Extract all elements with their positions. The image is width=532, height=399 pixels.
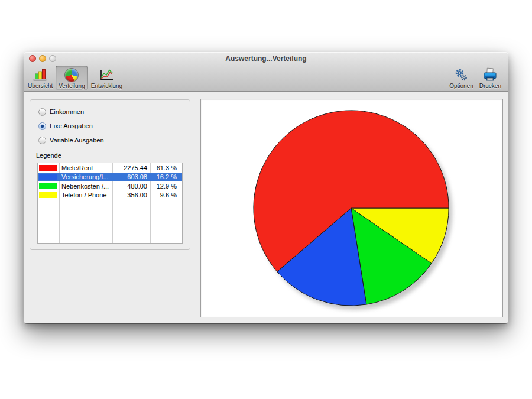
legend-row[interactable]: Nebenkosten /...480.0012.9 %: [38, 181, 182, 191]
legend-caption: Legende: [36, 152, 190, 159]
legend-row-label: Telefon / Phone: [59, 191, 112, 200]
toolbar-button-label: Entwicklung: [91, 83, 122, 89]
pie-chart-svg: [201, 99, 502, 317]
legend-row-label: Miete/Rent: [59, 163, 112, 173]
toolbar-button-drucken[interactable]: Drucken: [476, 66, 504, 90]
radio-icon[interactable]: [38, 122, 46, 130]
printer-icon: [482, 67, 498, 83]
window-content: Einkommen Fixe Ausgaben Variable Ausgabe…: [24, 92, 508, 323]
legend-color-swatch: [39, 183, 57, 189]
radio-option-variable-ausgaben[interactable]: Variable Ausgaben: [38, 136, 190, 144]
toolbar-button-uebersicht[interactable]: Übersicht: [25, 66, 56, 90]
zoom-button[interactable]: [49, 55, 56, 62]
close-button[interactable]: [29, 55, 36, 62]
chart-panel: [200, 99, 503, 317]
title-bar[interactable]: Auswertung...Verteilung: [24, 52, 508, 65]
legend-row-percent: 9.6 %: [150, 191, 180, 200]
legend-row[interactable]: Telefon / Phone356.009.6 %: [38, 191, 182, 200]
legend-row-percent: 12.9 %: [150, 181, 180, 191]
legend-color-swatch: [39, 192, 57, 198]
bar-chart-icon: [33, 67, 48, 83]
pie-chart-icon: [65, 67, 78, 83]
radio-option-einkommen[interactable]: Einkommen: [38, 108, 190, 116]
radio-label: Fixe Ausgaben: [50, 122, 93, 129]
legend-row[interactable]: Versicherung/I...603.0816.2 %: [38, 173, 182, 182]
radio-option-fixe-ausgaben[interactable]: Fixe Ausgaben: [38, 122, 190, 130]
legend-row-value: 480.00: [112, 181, 150, 191]
radio-icon[interactable]: [38, 137, 46, 144]
line-chart-icon: [99, 67, 114, 83]
app-window: Auswertung...Verteilung Übersicht: [24, 52, 508, 323]
toolbar: Übersicht Verteilung Entwicklung: [24, 65, 508, 92]
window-title: Auswertung...Verteilung: [24, 52, 508, 65]
window-header: Auswertung...Verteilung Übersicht: [24, 52, 508, 92]
legend-row-label: Versicherung/I...: [59, 173, 112, 182]
legend-table[interactable]: Miete/Rent2275.4461.3 %Versicherung/I...…: [37, 163, 183, 244]
legend-color-swatch: [39, 174, 57, 180]
toolbar-left-group: Übersicht Verteilung Entwicklung: [25, 66, 125, 90]
toolbar-button-label: Optionen: [449, 83, 473, 89]
toolbar-button-label: Übersicht: [28, 83, 53, 89]
legend-row-value: 356.00: [112, 191, 150, 200]
legend-color-swatch: [39, 165, 57, 171]
minimize-button[interactable]: [39, 55, 46, 62]
legend-row-percent: 16.2 %: [150, 173, 180, 182]
legend-row[interactable]: Miete/Rent2275.4461.3 %: [38, 163, 182, 173]
legend-row-value: 2275.44: [112, 163, 150, 173]
toolbar-button-verteilung[interactable]: Verteilung: [56, 66, 87, 90]
legend-row-label: Nebenkosten /...: [59, 181, 112, 191]
toolbar-button-label: Verteilung: [59, 83, 85, 89]
gears-icon: [454, 67, 468, 83]
toolbar-right-group: Optionen Drucken: [446, 66, 504, 90]
radio-icon[interactable]: [38, 108, 46, 116]
radio-label: Einkommen: [50, 108, 84, 115]
legend-row-value: 603.08: [112, 173, 150, 182]
legend-groupbox: Einkommen Fixe Ausgaben Variable Ausgabe…: [30, 99, 190, 250]
toolbar-button-label: Drucken: [479, 83, 501, 89]
legend-row-percent: 61.3 %: [150, 163, 180, 173]
traffic-lights: [29, 55, 56, 62]
radio-label: Variable Ausgaben: [50, 137, 104, 144]
toolbar-button-entwicklung[interactable]: Entwicklung: [88, 66, 125, 90]
toolbar-button-optionen[interactable]: Optionen: [446, 66, 476, 90]
